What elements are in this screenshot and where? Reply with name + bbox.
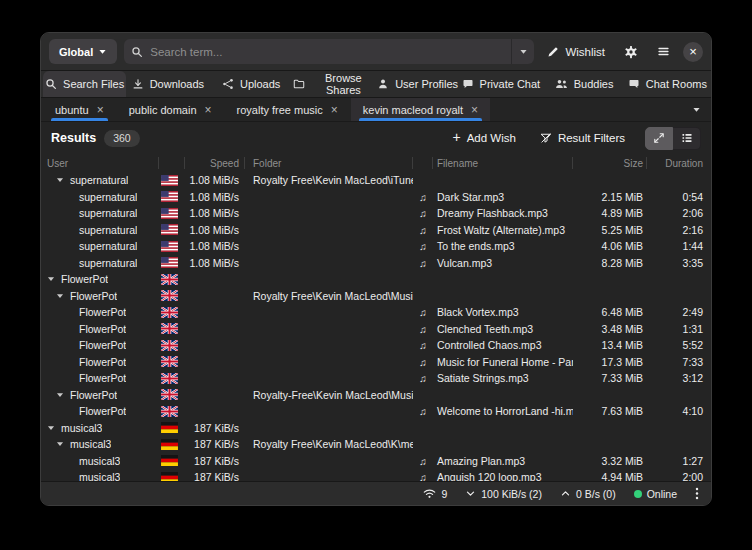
expander-icon[interactable] [47,275,57,283]
expander-icon[interactable] [56,440,66,448]
status-menu-button[interactable] [687,484,707,504]
add-wish-button[interactable]: + Add Wish [444,125,523,151]
tab-user-profiles[interactable]: User Profiles [376,71,459,97]
result-row[interactable]: FlowerPot ♫ Music for Funeral Home - Par… [41,354,711,371]
result-row[interactable]: supernatural 1.08 MiB/s ♫ To the ends.mp… [41,238,711,255]
download-speed-button[interactable]: 100 KiB/s (2) [457,484,550,504]
result-filters-button[interactable]: Result Filters [532,125,633,151]
result-row[interactable]: musical3 187 KiB/s ♫ Amazing Plan.mp3 3.… [41,453,711,470]
user-name: FlowerPot [79,339,126,351]
result-row[interactable]: FlowerPot ♫ Clenched Teeth.mp3 3.48 MiB … [41,321,711,338]
speed-cell: 187 KiB/s [185,438,245,450]
result-row[interactable]: supernatural 1.08 MiB/s ♫ Vulcan.mp3 8.2… [41,255,711,272]
result-row[interactable]: FlowerPot Royalty-Free\Kevin MacLeod\Mus… [41,387,711,404]
user-name: FlowerPot [61,273,108,285]
user-cell: FlowerPot [41,389,159,401]
column-header-filename[interactable]: Filename [433,154,573,172]
filename-cell: Black Vortex.mp3 [433,306,573,318]
music-note-icon: ♫ [419,456,427,467]
online-status-label: Online [647,488,677,500]
result-row[interactable]: supernatural 1.08 MiB/s ♫ Dreamy Flashba… [41,205,711,222]
search-tab-ubuntu[interactable]: ubuntu× [43,98,116,121]
upload-speed-button[interactable]: 0 B/s (0) [552,484,624,504]
tab-label: Downloads [150,78,204,90]
folder-cell: Royalty-Free\Kevin MacLeod\Music [245,389,413,401]
expander-icon[interactable] [56,391,66,399]
user-name: FlowerPot [70,389,117,401]
expand-collapse-toggle[interactable] [645,127,673,150]
download-icon [132,78,144,90]
expander-icon[interactable] [56,176,66,184]
chevron-down-icon [519,47,528,56]
gear-icon [624,45,638,59]
column-header-country[interactable] [159,154,185,172]
result-row[interactable]: supernatural 1.08 MiB/s Royalty Free\Kev… [41,172,711,189]
uk-flag-icon [159,340,185,351]
search-tab-label: public domain [129,104,197,116]
result-row[interactable]: FlowerPot ♫ Welcome to HorrorLand -hi.mp… [41,403,711,420]
search-tab-public-domain[interactable]: public domain× [117,98,224,121]
tab-label: Uploads [240,78,280,90]
duration-cell: 2:06 [647,207,711,219]
filename-cell: Dreamy Flashback.mp3 [433,207,573,219]
user-cell: FlowerPot [41,306,159,318]
nicotine-plus-window: Global Wishlist × Search FilesDownloadsU… [40,32,712,506]
result-row[interactable]: musical3 187 KiB/s Royalty Free\Kevin Ma… [41,436,711,453]
close-tab-icon[interactable]: × [97,103,104,117]
expander-icon[interactable] [47,424,57,432]
upload-speed-value: 0 B/s (0) [576,488,616,500]
result-row[interactable]: supernatural 1.08 MiB/s ♫ Dark Star.mp3 … [41,189,711,206]
list-icon [681,132,693,144]
tab-downloads[interactable]: Downloads [126,71,209,97]
result-row[interactable]: musical3 187 KiB/s [41,420,711,437]
result-row[interactable]: musical3 187 KiB/s ♫ Anguish 120 loop.mp… [41,469,711,481]
file-icon-cell: ♫ [413,306,433,318]
search-tab-royalty-free-music[interactable]: royalty free music× [225,98,350,121]
music-note-icon: ♫ [419,472,427,481]
grouping-mode-toggle[interactable] [673,127,701,150]
column-header-size[interactable]: Size [573,154,647,172]
size-cell: 4.89 MiB [573,207,647,219]
user-name: supernatural [79,224,137,236]
close-window-button[interactable]: × [683,42,703,62]
table-body[interactable]: supernatural 1.08 MiB/s Royalty Free\Kev… [41,172,711,481]
result-row[interactable]: FlowerPot Royalty Free\Kevin MacLeod\Mus… [41,288,711,305]
tab-search-files[interactable]: Search Files [43,71,126,97]
search-entry [124,39,534,64]
result-row[interactable]: FlowerPot ♫ Controlled Chaos.mp3 13.4 Mi… [41,337,711,354]
tab-overflow-button[interactable] [681,98,711,121]
result-row[interactable]: FlowerPot [41,271,711,288]
wishlist-button[interactable]: Wishlist [541,39,611,65]
filename-cell: Music for Funeral Home - Part 11.m [433,356,573,368]
result-row[interactable]: FlowerPot ♫ Black Vortex.mp3 6.48 MiB 2:… [41,304,711,321]
search-tab-kevin-macleod-royalt[interactable]: kevin macleod royalt× [351,98,490,121]
result-row[interactable]: supernatural 1.08 MiB/s ♫ Frost Waltz (A… [41,222,711,239]
tab-uploads[interactable]: Uploads [210,71,293,97]
column-header-speed[interactable]: Speed [185,154,245,172]
column-header-folder[interactable]: Folder [245,154,413,172]
connections-status-button[interactable]: 9 [415,484,455,504]
tab-browse-shares[interactable]: Browse Shares [293,71,376,97]
column-header-duration[interactable]: Duration [647,154,711,172]
tab-buddies[interactable]: Buddies [543,71,626,97]
close-tab-icon[interactable]: × [205,103,212,117]
result-row[interactable]: FlowerPot ♫ Satiate Strings.mp3 7.33 MiB… [41,370,711,387]
expander-icon[interactable] [56,292,66,300]
tab-label: Search Files [63,78,124,90]
column-header-file-icon[interactable] [413,154,433,172]
preferences-button[interactable] [618,39,644,65]
user-name: musical3 [70,438,111,450]
close-tab-icon[interactable]: × [471,103,478,117]
tab-chat-rooms[interactable]: Chat Rooms [626,71,709,97]
search-input[interactable] [150,46,511,58]
search-history-dropdown[interactable] [511,39,534,64]
main-menu-button[interactable] [651,39,676,65]
speed-cell: 1.08 MiB/s [185,207,245,219]
vertical-dots-icon [695,487,699,500]
connection-status-button[interactable]: Online [626,484,685,504]
user-cell: supernatural [41,191,159,203]
close-tab-icon[interactable]: × [331,103,338,117]
column-header-user[interactable]: User [41,154,159,172]
search-scope-dropdown[interactable]: Global [49,39,117,64]
tab-private-chat[interactable]: Private Chat [459,71,542,97]
